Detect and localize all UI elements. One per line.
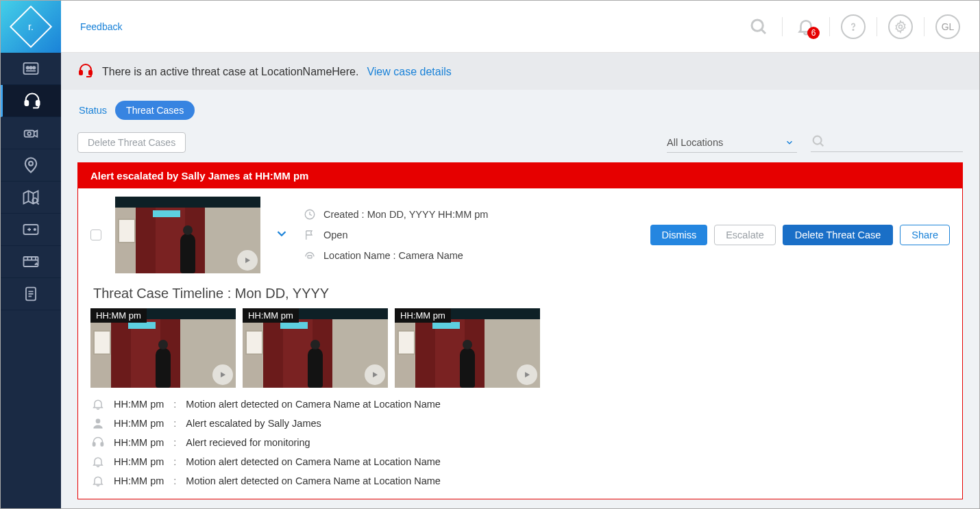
- banner-text: There is an active threat case at Locati…: [102, 66, 358, 78]
- nav-dashboard[interactable]: [1, 53, 61, 85]
- feedback-link[interactable]: Feedback: [80, 21, 122, 32]
- person-icon: [90, 417, 106, 430]
- video-add-icon: [21, 220, 40, 239]
- separator: :: [172, 475, 177, 486]
- case-actions: Dismiss Escalate Delete Threat Case Shar…: [650, 225, 950, 245]
- help-button[interactable]: [841, 14, 866, 39]
- alert-headset-icon: [77, 62, 94, 82]
- brand-logo[interactable]: [1, 1, 61, 53]
- threat-case-card: Alert escalated by Sally James at HH:MM …: [77, 162, 963, 499]
- clock-icon: [303, 208, 317, 221]
- flag-icon: [303, 229, 317, 241]
- timeline-thumbnail[interactable]: HH:MM pm: [90, 308, 236, 388]
- location-filter[interactable]: All Locations: [667, 133, 797, 153]
- log-row: HH:MM pm : Motion alert detected on Came…: [90, 397, 950, 411]
- search-icon: [811, 134, 826, 149]
- svg-point-23: [752, 20, 763, 31]
- map-search-icon: [21, 188, 40, 207]
- nav-cameras[interactable]: [1, 117, 61, 149]
- bell-icon: [90, 474, 106, 488]
- topbar: Feedback 6 GL: [61, 1, 979, 53]
- timeline-log: HH:MM pm : Motion alert detected on Came…: [90, 397, 950, 488]
- thumbnail-timestamp: HH:MM pm: [90, 308, 147, 323]
- escalate-button[interactable]: Escalate: [714, 225, 776, 245]
- svg-rect-39: [101, 443, 103, 446]
- timeline-thumbnail[interactable]: HH:MM pm: [395, 308, 540, 388]
- separator: :: [172, 399, 177, 410]
- toolbar: Delete Threat Cases All Locations: [77, 132, 963, 153]
- tab-status[interactable]: Status: [77, 101, 108, 120]
- svg-rect-7: [25, 131, 34, 137]
- delete-threat-cases-button[interactable]: Delete Threat Cases: [77, 132, 186, 153]
- case-status: Open: [323, 229, 347, 240]
- tabs: Status Threat Cases: [77, 101, 963, 120]
- separator: :: [172, 437, 177, 448]
- svg-line-30: [820, 142, 823, 145]
- nav-locations[interactable]: [1, 149, 61, 182]
- svg-line-24: [761, 29, 765, 34]
- svg-rect-6: [36, 101, 39, 105]
- location-filter-value: All Locations: [667, 137, 723, 148]
- share-button[interactable]: Share: [900, 225, 950, 245]
- bell-icon: [90, 397, 106, 411]
- timeline-title: Threat Case Timeline : Mon DD, YYYY: [93, 286, 950, 301]
- separator: :: [172, 418, 177, 429]
- case-escalation-banner: Alert escalated by Sally James at HH:MM …: [78, 163, 962, 188]
- svg-point-3: [33, 66, 36, 69]
- thumbnail-timestamp: HH:MM pm: [395, 308, 451, 323]
- dismiss-button[interactable]: Dismiss: [650, 225, 707, 245]
- svg-point-29: [813, 136, 822, 144]
- nav-reports[interactable]: [1, 278, 61, 310]
- sidebar: [1, 1, 61, 508]
- main: Feedback 6 GL There: [61, 1, 979, 508]
- svg-point-25: [853, 29, 854, 30]
- log-text: Motion alert detected on Camera Name at …: [186, 475, 441, 486]
- nav-map[interactable]: [1, 182, 61, 214]
- notification-badge: 6: [807, 27, 820, 39]
- svg-marker-34: [221, 372, 225, 377]
- delete-case-button[interactable]: Delete Threat Case: [783, 225, 893, 245]
- log-text: Alert escalated by Sally James: [186, 418, 321, 429]
- timeline-thumbnail[interactable]: HH:MM pm: [243, 308, 388, 388]
- svg-marker-36: [525, 372, 530, 377]
- svg-marker-35: [373, 372, 378, 377]
- log-time: HH:MM pm: [114, 418, 164, 429]
- headset-icon: [90, 436, 106, 449]
- svg-point-8: [27, 132, 31, 136]
- case-meta: Created : Mon DD, YYYY HH:MM pm Open Loc…: [303, 208, 637, 262]
- view-case-link[interactable]: View case details: [367, 66, 451, 78]
- search-button[interactable]: [746, 14, 771, 39]
- case-select-checkbox[interactable]: [90, 229, 101, 240]
- svg-rect-5: [25, 101, 28, 105]
- user-avatar[interactable]: GL: [935, 14, 960, 39]
- case-thumbnail[interactable]: [115, 197, 260, 273]
- log-time: HH:MM pm: [114, 399, 164, 410]
- svg-point-9: [29, 162, 33, 166]
- log-time: HH:MM pm: [114, 475, 164, 486]
- headset-icon: [23, 91, 42, 110]
- gear-icon: [894, 20, 907, 34]
- nav-recordings[interactable]: [1, 214, 61, 246]
- play-icon: [365, 364, 385, 385]
- case-created: Created : Mon DD, YYYY HH:MM pm: [323, 209, 488, 220]
- active-threat-banner: There is an active threat case at Locati…: [61, 53, 979, 90]
- play-icon: [237, 250, 258, 271]
- settings-button[interactable]: [888, 14, 913, 39]
- camera-icon: [21, 123, 40, 142]
- dashboard-icon: [21, 59, 40, 78]
- log-row: HH:MM pm : Alert escalated by Sally Jame…: [90, 417, 950, 430]
- tab-threat-cases[interactable]: Threat Cases: [115, 101, 195, 120]
- nav-clips[interactable]: [1, 246, 61, 278]
- play-icon: [212, 364, 233, 385]
- expand-toggle[interactable]: [274, 226, 289, 244]
- nav-monitoring[interactable]: [1, 85, 61, 117]
- camera-small-icon: [303, 249, 317, 262]
- chevron-down-icon: [785, 138, 794, 147]
- timeline-thumbnails: HH:MM pm HH:MM pm HH:MM pm: [90, 308, 950, 388]
- svg-point-37: [96, 419, 101, 423]
- notifications-button[interactable]: 6: [794, 14, 818, 39]
- search-input[interactable]: [826, 135, 963, 147]
- chevron-down-icon: [274, 226, 289, 241]
- log-row: HH:MM pm : Alert recieved for monitoring: [90, 436, 950, 449]
- help-icon: [847, 21, 859, 33]
